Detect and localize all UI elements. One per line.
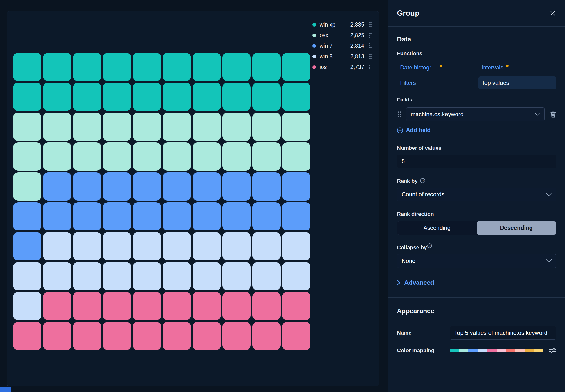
waffle-cell-win-8[interactable]: [252, 232, 281, 260]
legend-item-osx[interactable]: osx2,825: [312, 31, 372, 39]
rank-ascending-button[interactable]: Ascending: [397, 221, 477, 235]
color-mapping-settings-icon[interactable]: [549, 347, 556, 354]
waffle-cell-osx[interactable]: [252, 142, 281, 171]
waffle-cell-win-xp[interactable]: [252, 53, 281, 81]
waffle-cell-osx[interactable]: [133, 112, 161, 141]
waffle-cell-win-8[interactable]: [73, 262, 101, 290]
waffle-cell-win-7[interactable]: [13, 232, 41, 260]
rank-descending-button[interactable]: Descending: [477, 221, 556, 235]
waffle-cell-ios[interactable]: [282, 322, 310, 350]
waffle-cell-win-xp[interactable]: [43, 53, 71, 81]
waffle-cell-win-8[interactable]: [133, 232, 161, 260]
waffle-cell-osx[interactable]: [43, 142, 71, 171]
function-intervals[interactable]: Intervals: [479, 61, 557, 74]
waffle-cell-win-7[interactable]: [103, 202, 131, 230]
waffle-cell-osx[interactable]: [193, 142, 221, 171]
waffle-cell-win-8[interactable]: [133, 262, 161, 290]
waffle-cell-win-7[interactable]: [193, 172, 221, 201]
waffle-cell-ios[interactable]: [43, 292, 71, 320]
function-date-histogram[interactable]: Date histogr…: [397, 61, 475, 74]
waffle-cell-ios[interactable]: [163, 292, 191, 320]
waffle-cell-osx[interactable]: [222, 142, 251, 171]
waffle-cell-win-xp[interactable]: [163, 83, 191, 111]
function-top-values[interactable]: Top values: [479, 76, 557, 89]
waffle-cell-osx[interactable]: [73, 112, 101, 141]
waffle-cell-win-8[interactable]: [13, 292, 41, 320]
legend-item-win-7[interactable]: win 72,814: [312, 42, 372, 50]
waffle-cell-osx[interactable]: [103, 112, 131, 141]
waffle-cell-win-8[interactable]: [103, 262, 131, 290]
help-icon[interactable]: ?: [420, 178, 425, 183]
waffle-cell-win-7[interactable]: [133, 172, 161, 201]
waffle-cell-win-xp[interactable]: [103, 83, 131, 111]
waffle-cell-win-xp[interactable]: [13, 83, 41, 111]
legend-actions-icon[interactable]: [369, 54, 372, 59]
waffle-cell-osx[interactable]: [222, 112, 251, 141]
name-input[interactable]: [450, 326, 556, 340]
waffle-cell-ios[interactable]: [222, 322, 251, 350]
waffle-cell-osx[interactable]: [252, 112, 281, 141]
waffle-cell-win-8[interactable]: [163, 262, 191, 290]
waffle-cell-win-7[interactable]: [282, 202, 310, 230]
waffle-cell-win-7[interactable]: [13, 202, 41, 230]
waffle-cell-osx[interactable]: [13, 112, 41, 141]
advanced-toggle[interactable]: Advanced: [397, 279, 434, 286]
waffle-cell-win-8[interactable]: [282, 262, 310, 290]
waffle-cell-win-7[interactable]: [43, 172, 71, 201]
collapse-by-select[interactable]: None: [397, 254, 556, 268]
waffle-cell-osx[interactable]: [282, 112, 310, 141]
waffle-cell-win-7[interactable]: [73, 202, 101, 230]
waffle-cell-ios[interactable]: [73, 292, 101, 320]
waffle-cell-win-8[interactable]: [103, 232, 131, 260]
waffle-cell-ios[interactable]: [103, 292, 131, 320]
waffle-cell-win-xp[interactable]: [282, 53, 310, 81]
waffle-cell-ios[interactable]: [252, 292, 281, 320]
field-combobox[interactable]: machine.os.keyword: [406, 107, 545, 121]
waffle-cell-win-7[interactable]: [282, 172, 310, 201]
waffle-cell-ios[interactable]: [103, 322, 131, 350]
waffle-cell-win-8[interactable]: [43, 232, 71, 260]
waffle-cell-win-xp[interactable]: [73, 83, 101, 111]
waffle-cell-win-xp[interactable]: [163, 53, 191, 81]
waffle-cell-win-8[interactable]: [163, 232, 191, 260]
waffle-cell-win-7[interactable]: [43, 202, 71, 230]
waffle-cell-osx[interactable]: [103, 142, 131, 171]
waffle-cell-win-7[interactable]: [133, 202, 161, 230]
waffle-cell-win-7[interactable]: [163, 202, 191, 230]
waffle-cell-ios[interactable]: [13, 322, 41, 350]
waffle-cell-ios[interactable]: [163, 322, 191, 350]
waffle-cell-win-xp[interactable]: [282, 83, 310, 111]
waffle-cell-win-xp[interactable]: [222, 83, 251, 111]
function-filters[interactable]: Filters: [397, 76, 475, 89]
waffle-cell-win-xp[interactable]: [193, 53, 221, 81]
number-of-values-input[interactable]: [397, 154, 556, 168]
legend-actions-icon[interactable]: [369, 22, 372, 28]
waffle-cell-osx[interactable]: [163, 142, 191, 171]
waffle-cell-osx[interactable]: [43, 112, 71, 141]
legend-item-ios[interactable]: ios2,737: [312, 63, 372, 71]
waffle-cell-osx[interactable]: [282, 142, 310, 171]
delete-field-button[interactable]: [550, 111, 556, 118]
waffle-cell-ios[interactable]: [133, 292, 161, 320]
waffle-cell-win-7[interactable]: [222, 172, 251, 201]
waffle-cell-ios[interactable]: [43, 322, 71, 350]
waffle-cell-win-xp[interactable]: [13, 53, 41, 81]
legend-actions-icon[interactable]: [369, 43, 372, 49]
waffle-cell-win-8[interactable]: [222, 232, 251, 260]
waffle-cell-osx[interactable]: [73, 142, 101, 171]
waffle-cell-win-8[interactable]: [43, 262, 71, 290]
waffle-cell-win-7[interactable]: [163, 172, 191, 201]
waffle-cell-win-8[interactable]: [13, 262, 41, 290]
waffle-cell-win-8[interactable]: [193, 232, 221, 260]
waffle-cell-win-7[interactable]: [252, 172, 281, 201]
waffle-cell-win-8[interactable]: [73, 232, 101, 260]
waffle-cell-ios[interactable]: [282, 292, 310, 320]
legend-item-win-xp[interactable]: win xp2,885: [312, 20, 372, 29]
waffle-cell-win-xp[interactable]: [43, 83, 71, 111]
waffle-cell-win-xp[interactable]: [103, 53, 131, 81]
waffle-cell-win-7[interactable]: [222, 202, 251, 230]
waffle-cell-win-xp[interactable]: [222, 53, 251, 81]
waffle-cell-ios[interactable]: [252, 322, 281, 350]
waffle-cell-osx[interactable]: [193, 112, 221, 141]
legend-actions-icon[interactable]: [369, 32, 372, 38]
